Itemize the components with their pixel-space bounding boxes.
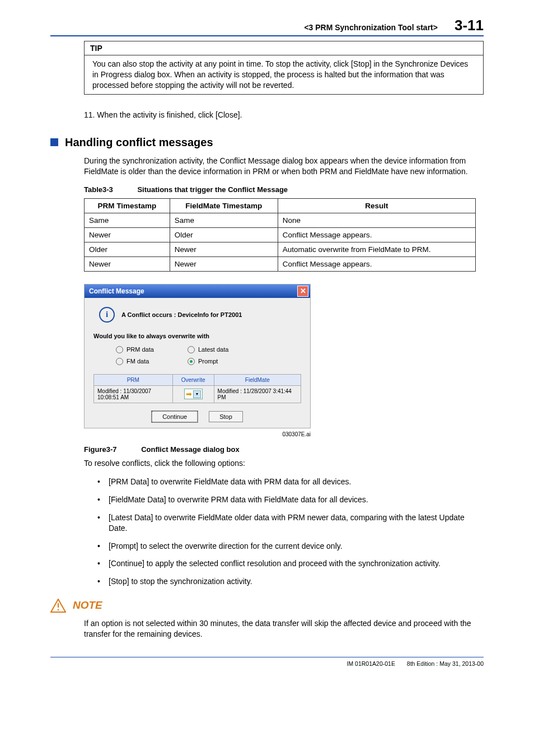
info-icon: i: [99, 307, 115, 323]
note-body: If an option is not selected within 30 m…: [84, 618, 484, 640]
table-header-row: PRM Timestamp FieldMate Timestamp Result: [85, 198, 476, 213]
note-header: NOTE: [50, 599, 484, 613]
options-list: [PRM Data] to overwrite FieldMate data w…: [97, 477, 484, 587]
heading-bullet-icon: [50, 138, 58, 146]
chevron-down-icon: ▾: [193, 390, 201, 398]
list-item: [PRM Data] to overwrite FieldMate data w…: [97, 477, 484, 488]
figure-caption: Figure3-7 Conflict Message dialog box: [84, 445, 484, 454]
dlg-mod-prm: Modified : 11/30/2007 10:08:51 AM: [94, 385, 173, 403]
table-caption-label: Table3-3: [84, 185, 113, 194]
resolve-intro: To resolve conflicts, click the followin…: [84, 458, 484, 469]
dlg-th-fieldmate: FieldMate: [214, 374, 301, 385]
page-footer: IM 01R01A20-01E 8th Edition : May 31, 20…: [50, 657, 484, 667]
intro-paragraph: During the synchronization activity, the…: [84, 156, 484, 178]
table-row: NewerOlderConflict Message appears.: [85, 227, 476, 242]
continue-button[interactable]: Continue: [152, 411, 198, 422]
radio-prompt[interactable]: Prompt: [188, 358, 228, 365]
section-heading: Handling conflict messages: [50, 136, 484, 149]
header-title: <3 PRM Synchronization Tool start>: [304, 23, 438, 32]
note-label: NOTE: [73, 599, 102, 612]
close-icon[interactable]: ✕: [297, 286, 308, 297]
table-row: SameSameNone: [85, 213, 476, 227]
dlg-th-overwrite: Overwrite: [172, 374, 214, 385]
step-11: 11. When the activity is finished, click…: [84, 110, 484, 119]
svg-point-2: [58, 609, 59, 610]
tip-box: TIP You can also stop the activity at an…: [84, 41, 484, 95]
dlg-mod-fm: Modified : 11/28/2007 3:41:44 PM: [214, 385, 301, 403]
conflict-text: A Conflict occurs : DeviceInfo for PT200…: [121, 311, 242, 318]
dialog-screenshot: Conflict Message ✕ i A Conflict occurs :…: [84, 284, 311, 428]
list-item: [Stop] to stop the synchronization activ…: [97, 576, 484, 587]
table-row: NewerNewerConflict Message appears.: [85, 256, 476, 271]
th-result: Result: [278, 198, 475, 213]
radio-latest-data[interactable]: Latest data: [188, 346, 228, 353]
dialog-question: Would you like to always overwrite with: [93, 333, 301, 339]
figure-caption-title: Conflict Message dialog box: [141, 445, 240, 454]
radio-prm-data[interactable]: PRM data: [116, 346, 154, 353]
radio-fm-data[interactable]: FM data: [116, 358, 154, 365]
figure-reference: 030307E.ai: [84, 431, 311, 437]
tip-label: TIP: [85, 41, 483, 55]
table-caption-title: Situations that trigger the Conflict Mes…: [137, 185, 288, 194]
dlg-th-prm: PRM: [94, 374, 173, 385]
footer-doc-id: IM 01R01A20-01E: [347, 660, 395, 667]
page-header: <3 PRM Synchronization Tool start> 3-11: [50, 17, 484, 36]
stop-button[interactable]: Stop: [209, 411, 243, 422]
dialog-title: Conflict Message: [89, 287, 144, 295]
list-item: [FieldMate Data] to overwrite PRM data w…: [97, 494, 484, 506]
tip-body: You can also stop the activity at any po…: [85, 55, 483, 94]
heading-text: Handling conflict messages: [65, 136, 213, 149]
list-item: [Prompt] to select the overwrite directi…: [97, 541, 484, 552]
table-caption: Table3-3 Situations that trigger the Con…: [84, 185, 484, 194]
dialog-table: PRM Overwrite FieldMate Modified : 11/30…: [93, 374, 301, 403]
overwrite-selector[interactable]: ➡▾: [172, 385, 214, 403]
warning-icon: [50, 599, 66, 613]
th-prm: PRM Timestamp: [85, 198, 170, 213]
arrow-right-icon: ➡: [186, 390, 192, 398]
figure-caption-label: Figure3-7: [84, 445, 117, 454]
table-row: OlderNewerAutomatic overwrite from Field…: [85, 242, 476, 256]
dialog-titlebar: Conflict Message ✕: [85, 284, 310, 298]
page-number: 3-11: [455, 17, 484, 34]
footer-edition: 8th Edition : May 31, 2013-00: [407, 660, 484, 667]
list-item: [Latest Data] to overwrite FieldMate old…: [97, 512, 484, 534]
list-item: [Continue] to apply the selected conflic…: [97, 558, 484, 570]
th-fm: FieldMate Timestamp: [170, 198, 278, 213]
conflict-table: PRM Timestamp FieldMate Timestamp Result…: [84, 198, 476, 272]
